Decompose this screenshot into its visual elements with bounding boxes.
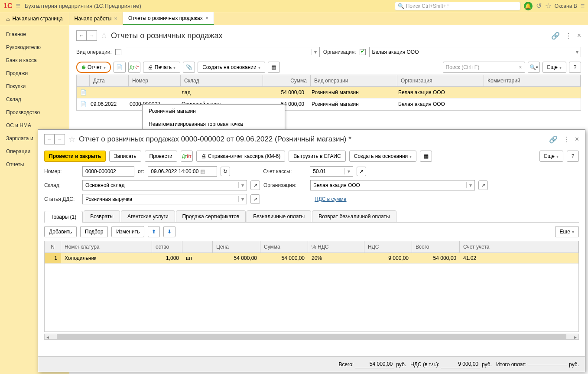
tab-start[interactable]: Начало работы × — [69, 12, 123, 25]
post-close-button[interactable]: Провести и закрыть — [44, 151, 106, 162]
write-button[interactable]: Записать — [109, 151, 141, 162]
notification-icon[interactable]: 🔔 — [524, 2, 533, 10]
move-up-button[interactable]: ⬆ — [148, 226, 160, 237]
clear-icon[interactable]: × — [519, 64, 522, 70]
select-button[interactable]: Подбор — [80, 226, 108, 237]
refresh-button[interactable]: ↻ — [221, 167, 230, 176]
horizontal-scrollbar[interactable]: ◂▸ — [44, 334, 579, 340]
input-number[interactable]: 0000-000002 — [82, 166, 134, 177]
report-button[interactable]: ⊕ Отчет ▾ — [76, 62, 111, 73]
forward-button[interactable]: → — [87, 30, 97, 41]
col-price[interactable]: Цена — [213, 241, 260, 253]
close-icon[interactable]: × — [205, 15, 209, 21]
km6-button[interactable]: 🖨 Справка-отчет кассира (КМ-6) — [196, 151, 286, 162]
filter-org-checkbox[interactable] — [360, 49, 366, 55]
grid-col-num[interactable]: Номер — [129, 75, 181, 86]
open-button[interactable]: ↗ — [478, 180, 488, 190]
nav-main[interactable]: Главное — [0, 28, 69, 41]
nds-mode-link[interactable]: НДС в сумме — [315, 196, 347, 202]
open-button[interactable]: ↗ — [250, 194, 260, 204]
col-sum[interactable]: Сумма — [260, 241, 308, 253]
close-page-icon[interactable]: × — [577, 32, 581, 39]
egais-button[interactable]: Выгрузить в ЕГАИС — [289, 151, 346, 162]
grid-row[interactable]: 📄 лад 54 000,00 Розничный магазин Белая … — [77, 87, 581, 98]
goods-row[interactable]: 1 Холодильник 1,000 шт 54 000,00 54 000,… — [45, 253, 578, 264]
input-warehouse[interactable]: Основной склад▾ — [82, 180, 247, 190]
create-based-button[interactable]: Создать на основании ▾ — [198, 62, 265, 73]
link-icon[interactable]: 🔗 — [551, 32, 560, 40]
dropdown-item-retail[interactable]: Розничный магазин — [143, 105, 285, 118]
col-nds[interactable]: НДС — [364, 241, 412, 253]
hamburger-icon[interactable]: ≡ — [16, 1, 20, 10]
add-button[interactable]: Добавить — [44, 226, 77, 237]
modal-forward-button[interactable]: → — [55, 134, 65, 144]
nav-production[interactable]: Производство — [0, 106, 69, 119]
favorite-icon[interactable]: ☆ — [101, 31, 107, 40]
tab-agent[interactable]: Агентские услуги — [121, 210, 175, 222]
nav-purchases[interactable]: Покупки — [0, 80, 69, 93]
move-down-button[interactable]: ⬇ — [163, 226, 175, 237]
col-qty[interactable]: ество — [152, 241, 182, 253]
tab-retail-reports[interactable]: Отчеты о розничных продажах × — [123, 12, 214, 25]
print-button[interactable]: 🖨 Печать ▾ — [143, 62, 180, 73]
more-button[interactable]: Еще ▾ — [543, 62, 566, 73]
modal-back-button[interactable]: ← — [44, 134, 55, 144]
input-org[interactable]: Белая акация ООО▾ — [310, 180, 475, 190]
copy-button[interactable]: 📄 — [114, 62, 126, 73]
grid-col-icon[interactable] — [77, 75, 90, 86]
input-dds[interactable]: Розничная выручка▾ — [82, 194, 247, 204]
attach-button[interactable]: 📎 — [183, 62, 195, 73]
history-icon[interactable]: ↺ — [536, 2, 542, 10]
find-button[interactable]: 🔍▾ — [528, 62, 540, 73]
more-button[interactable]: Еще ▾ — [555, 226, 579, 237]
nav-bank[interactable]: Банк и касса — [0, 54, 69, 67]
dropdown-item-nonauto[interactable]: Неавтоматизированная торговая точка — [143, 118, 285, 131]
user-name[interactable]: Оксана В — [555, 3, 577, 9]
col-nom[interactable]: Номенклатура — [61, 241, 152, 253]
global-search[interactable]: 🔍 Поиск Ctrl+Shift+F — [395, 2, 520, 10]
filter-org-combo[interactable]: Белая акация ООО▾ — [369, 47, 581, 57]
help-button[interactable]: ? — [567, 151, 579, 162]
link-icon[interactable]: 🔗 — [549, 135, 558, 144]
grid-col-org[interactable]: Организация — [397, 75, 484, 86]
input-date[interactable]: 09.06.2022 14:00:00▦ — [148, 166, 217, 177]
grid-col-date[interactable]: Дата — [90, 75, 129, 86]
create-based-button[interactable]: Создать на основании ▾ — [349, 151, 417, 162]
open-button[interactable]: ↗ — [250, 180, 260, 190]
close-modal-icon[interactable]: × — [575, 135, 579, 143]
filter-operation-checkbox[interactable] — [115, 49, 121, 55]
help-button[interactable]: ? — [569, 62, 581, 73]
input-account[interactable]: 50.01▾ — [310, 166, 353, 177]
back-button[interactable]: ← — [76, 30, 87, 41]
col-n[interactable]: N — [45, 241, 61, 253]
kebab-icon[interactable]: ⋮ — [565, 32, 572, 40]
tab-cashless-return[interactable]: Возврат безналичной оплаты — [312, 210, 396, 222]
structure-button[interactable]: ▦ — [420, 151, 432, 162]
col-ndspct[interactable]: % НДС — [308, 241, 364, 253]
grid-col-oper[interactable]: Вид операции — [311, 75, 397, 86]
favorite-icon[interactable]: ☆ — [68, 135, 75, 144]
grid-col-wh[interactable]: Склад — [181, 75, 263, 86]
structure-button[interactable]: ▦ — [268, 62, 280, 73]
filter-operation-combo[interactable]: ▾ — [125, 47, 320, 57]
grid-search[interactable]: Поиск (Ctrl+F) × — [443, 62, 525, 73]
kebab-icon[interactable]: ⋮ — [563, 135, 570, 144]
star-icon[interactable]: ☆ — [545, 2, 551, 10]
nav-warehouse[interactable]: Склад — [0, 93, 69, 106]
col-total[interactable]: Всего — [412, 241, 460, 253]
tab-home[interactable]: ⌂ Начальная страница — [0, 12, 69, 25]
nav-sales[interactable]: Продажи — [0, 67, 69, 80]
open-button[interactable]: ↗ — [357, 167, 366, 176]
edit-button[interactable]: Изменить — [111, 226, 144, 237]
nav-manager[interactable]: Руководителю — [0, 41, 69, 54]
tab-certificates[interactable]: Продажа сертификатов — [176, 210, 246, 222]
post-button[interactable]: Провести — [145, 151, 177, 162]
grid-col-comment[interactable]: Комментарий — [484, 75, 581, 86]
settings-icon[interactable]: ≡ — [581, 2, 585, 10]
tab-cashless[interactable]: Безналичные оплаты — [247, 210, 311, 222]
col-unit[interactable] — [182, 241, 213, 253]
dtkt-button[interactable]: ДтКт — [128, 62, 140, 73]
col-account[interactable]: Счет учета — [460, 241, 578, 253]
dtkt-button[interactable]: ДтКт — [181, 151, 193, 162]
close-icon[interactable]: × — [114, 15, 117, 22]
